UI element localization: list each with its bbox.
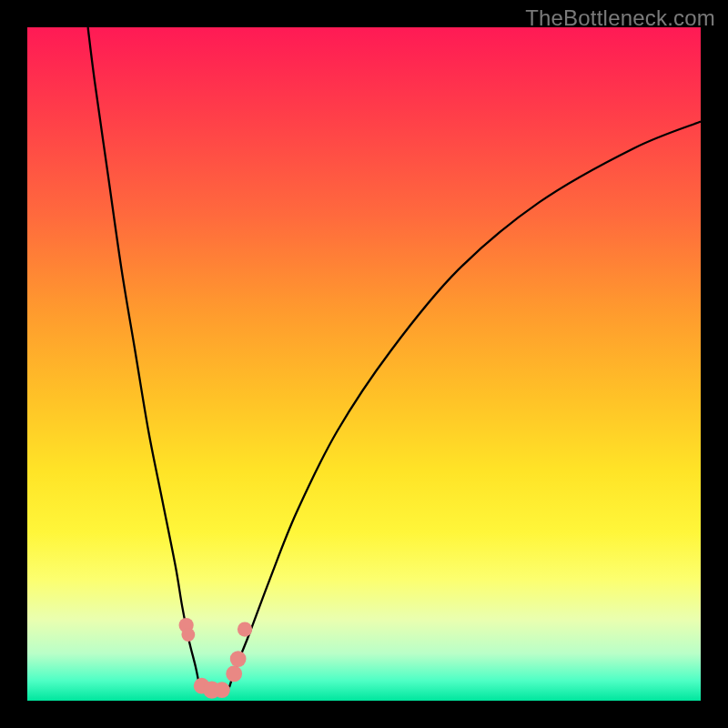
curves-svg — [27, 27, 701, 701]
scatter-dot — [238, 622, 252, 636]
scatter-dot — [181, 628, 195, 642]
watermark-text: TheBottleneck.com — [525, 5, 715, 31]
scatter-dot — [226, 666, 242, 682]
plot-area — [27, 27, 701, 701]
chart-stage: TheBottleneck.com — [0, 0, 728, 728]
left-curve — [88, 27, 200, 687]
right-curve — [229, 122, 701, 688]
scatter-group — [179, 618, 253, 699]
curve-group — [88, 27, 701, 693]
scatter-dot — [214, 682, 230, 698]
scatter-dot — [230, 651, 247, 667]
